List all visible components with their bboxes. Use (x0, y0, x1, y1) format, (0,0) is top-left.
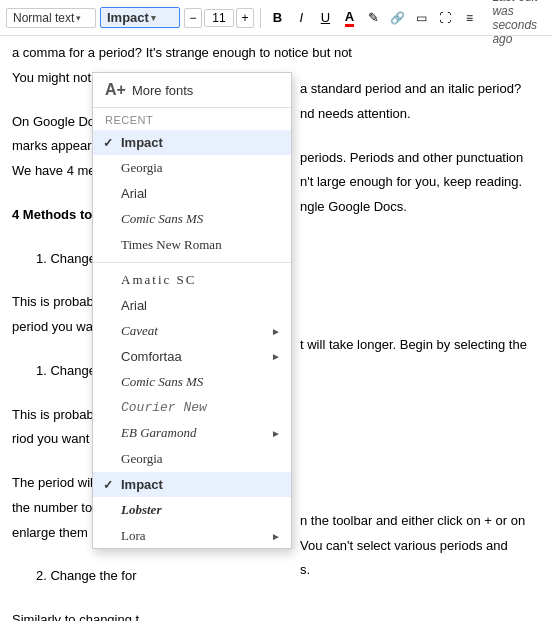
highlight-icon: ✎ (368, 10, 379, 25)
font-name-lora: Lora (121, 528, 146, 544)
font-family-label: Impact (107, 10, 149, 25)
font-item-times-recent[interactable]: Times New Roman (93, 232, 291, 258)
right-para-9: s. (300, 561, 544, 580)
comfortaa-submenu-arrow: ► (271, 351, 281, 362)
more-fonts-button[interactable]: A+ More fonts (93, 73, 291, 108)
right-doc-text: a standard period and an italic period? … (300, 80, 544, 621)
font-name-comic-recent: Comic Sans MS (121, 211, 203, 227)
right-para-2: nd needs attention. (300, 105, 544, 124)
font-item-lora[interactable]: Lora ► (93, 523, 291, 548)
font-size-controls: − + (184, 8, 254, 28)
font-item-georgia-recent[interactable]: Georgia (93, 155, 291, 181)
font-name-comic: Comic Sans MS (121, 374, 203, 390)
font-name-impact: Impact (121, 477, 163, 492)
font-item-comfortaa[interactable]: Comfortaa ► (93, 344, 291, 369)
font-name-arial-recent: Arial (121, 186, 147, 201)
right-para-5: ngle Google Docs. (300, 198, 544, 217)
font-item-caveat[interactable]: Caveat ► (93, 318, 291, 344)
font-color-button[interactable]: A (338, 7, 360, 29)
toolbar: Normal text ▾ Impact ▾ − + B I U A ✎ 🔗 ▭… (0, 0, 552, 36)
font-name-courier: Courier New (121, 400, 207, 415)
eb-garamond-submenu-arrow: ► (271, 428, 281, 439)
more-fonts-label: More fonts (132, 83, 193, 98)
format-buttons: B I U A ✎ 🔗 ▭ ⛶ ≡ (266, 7, 480, 29)
font-item-comic[interactable]: Comic Sans MS (93, 369, 291, 395)
font-name-comfortaa: Comfortaa (121, 349, 182, 364)
font-name-arial: Arial (121, 298, 147, 313)
link-icon: 🔗 (390, 11, 405, 25)
main-content: a comma for a period? It's strange enoug… (0, 36, 552, 621)
image-button[interactable]: ⛶ (434, 7, 456, 29)
font-name-caveat: Caveat (121, 323, 158, 339)
italic-button[interactable]: I (290, 7, 312, 29)
increase-font-size-button[interactable]: + (236, 8, 254, 28)
normal-text-dropdown-arrow: ▾ (76, 13, 81, 23)
font-item-georgia[interactable]: Georgia (93, 446, 291, 472)
font-color-icon: A (345, 9, 354, 27)
right-para-3: periods. Periods and other punctuation (300, 149, 544, 168)
font-item-impact-recent[interactable]: Impact (93, 130, 291, 155)
font-name-lobster: Lobster (121, 502, 161, 518)
right-para-1: a standard period and an italic period? (300, 80, 544, 99)
doc-para-1: a comma for a period? It's strange enoug… (12, 44, 540, 63)
decrease-font-size-button[interactable]: − (184, 8, 202, 28)
caveat-submenu-arrow: ► (271, 326, 281, 337)
comment-button[interactable]: ▭ (410, 7, 432, 29)
right-doc-area: a standard period and an italic period? … (292, 72, 552, 621)
font-dropdown: A+ More fonts RECENT Impact Georgia Aria… (92, 72, 292, 549)
font-item-impact[interactable]: Impact (93, 472, 291, 497)
image-icon: ⛶ (439, 11, 451, 25)
font-dropdown-scroll[interactable]: RECENT Impact Georgia Arial Comic Sans M… (93, 108, 291, 548)
bold-button[interactable]: B (266, 7, 288, 29)
right-para-4: n't large enough for you, keep reading. (300, 173, 544, 192)
font-item-comic-recent[interactable]: Comic Sans MS (93, 206, 291, 232)
font-name-impact-recent: Impact (121, 135, 163, 150)
font-family-dropdown-arrow: ▾ (151, 13, 156, 23)
font-name-georgia-recent: Georgia (121, 160, 163, 176)
right-para-8: Vou can't select various periods and (300, 537, 544, 556)
font-item-eb-garamond[interactable]: EB Garamond ► (93, 420, 291, 446)
font-family-selector[interactable]: Impact ▾ (100, 7, 180, 28)
font-item-amatic[interactable]: Amatic SC (93, 267, 291, 293)
font-item-courier[interactable]: Courier New (93, 395, 291, 420)
normal-text-label: Normal text (13, 11, 74, 25)
align-button[interactable]: ≡ (458, 7, 480, 29)
font-item-lobster[interactable]: Lobster (93, 497, 291, 523)
font-name-eb-garamond: EB Garamond (121, 425, 196, 441)
normal-text-selector[interactable]: Normal text ▾ (6, 8, 96, 28)
comment-icon: ▭ (416, 11, 427, 25)
underline-button[interactable]: U (314, 7, 336, 29)
link-button[interactable]: 🔗 (386, 7, 408, 29)
font-item-arial[interactable]: Arial (93, 293, 291, 318)
font-item-arial-recent[interactable]: Arial (93, 181, 291, 206)
more-fonts-icon: A+ (105, 81, 126, 99)
font-name-amatic: Amatic SC (121, 272, 196, 288)
highlight-button[interactable]: ✎ (362, 7, 384, 29)
font-name-times-recent: Times New Roman (121, 237, 222, 253)
right-para-7: n the toolbar and either click on + or o… (300, 512, 544, 531)
align-icon: ≡ (466, 11, 473, 25)
lora-submenu-arrow: ► (271, 531, 281, 542)
recent-section-label: RECENT (93, 108, 291, 130)
font-name-georgia: Georgia (121, 451, 163, 467)
font-size-input[interactable] (204, 9, 234, 27)
font-separator (93, 262, 291, 263)
right-para-6: t will take longer. Begin by selecting t… (300, 336, 544, 355)
